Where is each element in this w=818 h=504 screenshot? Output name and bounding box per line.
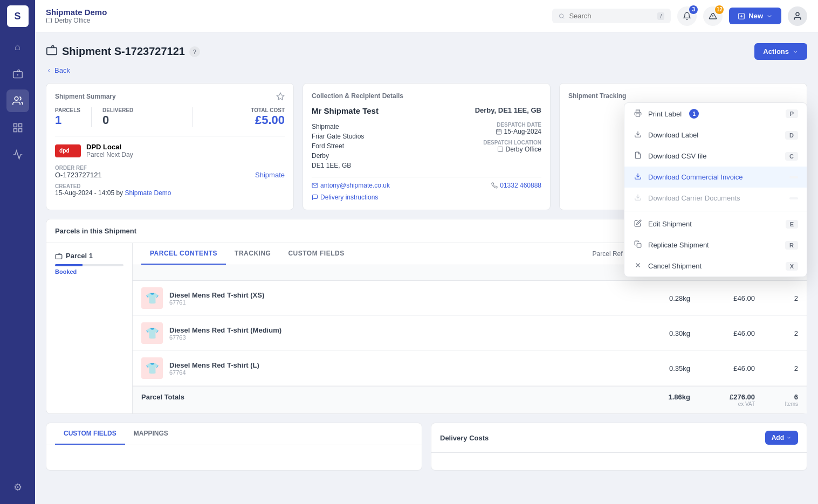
collection-card: Collection & Recipient Details Mr Shipma… (303, 83, 551, 210)
sidebar-item-analytics[interactable] (6, 116, 29, 139)
order-ref-link[interactable]: Shipmate (255, 171, 285, 179)
delivery-instructions-link[interactable]: Delivery instructions (312, 194, 541, 201)
dropdown-download-label[interactable]: Download Label D (624, 125, 807, 146)
tab-tracking[interactable]: TRACKING (226, 243, 279, 265)
notifications-badge: 3 (689, 5, 698, 14)
csv-icon (633, 151, 643, 161)
warnings-badge: 12 (715, 5, 724, 14)
star-icon[interactable] (276, 92, 285, 101)
delivery-costs-content (431, 453, 807, 470)
shipment-icon (46, 44, 58, 59)
tab-parcel-contents[interactable]: PARCEL CONTENTS (141, 243, 226, 265)
item-image: 👕 (141, 287, 163, 309)
svg-point-8 (560, 13, 563, 17)
item-image: 👕 (141, 357, 163, 379)
search-input[interactable] (569, 12, 653, 20)
table-row: 👕 Diesel Mens Red T-shirt (XS) 67761 0.2… (133, 281, 807, 316)
custom-fields-content (46, 445, 422, 462)
page-content: Shipment S-1723727121 ? Actions Back Shi… (35, 32, 818, 504)
totals-price: £276.00 ex VAT (690, 393, 755, 407)
svg-rect-22 (498, 147, 503, 152)
carrier-icon (633, 194, 643, 203)
cancel-icon (633, 261, 643, 271)
dropdown-download-carrier[interactable]: Download Carrier Documents (624, 188, 807, 209)
dropdown-download-csv[interactable]: Download CSV file C (624, 146, 807, 167)
tab-mappings[interactable]: MAPPINGS (125, 423, 177, 445)
tab-custom-fields-bottom[interactable]: CUSTOM FIELDS (55, 423, 125, 445)
totals-qty: 6 Items (755, 393, 798, 407)
custom-fields-card: CUSTOM FIELDS MAPPINGS (46, 423, 422, 471)
summary-title: Shipment Summary (55, 93, 116, 100)
dropdown-edit-shipment[interactable]: Edit Shipment E (624, 213, 807, 234)
parcel-item[interactable]: Parcel 1 (55, 252, 123, 260)
svg-point-2 (15, 97, 18, 101)
item-qty-3: 2 (755, 364, 798, 372)
item-qty-2: 2 (755, 329, 798, 337)
sidebar-item-shipments[interactable] (6, 63, 29, 85)
search-shortcut: / (657, 12, 664, 20)
svg-marker-16 (277, 93, 284, 100)
dropdown-print-label[interactable]: Print Label 1 P (624, 103, 807, 125)
svg-rect-3 (13, 124, 17, 127)
item-name-3: Diesel Mens Red T-shirt (L) (169, 361, 259, 369)
svg-rect-27 (636, 114, 640, 116)
svg-rect-6 (13, 129, 17, 132)
parcels-value: 1 (55, 113, 80, 127)
warnings-button[interactable]: 12 (703, 6, 723, 26)
totals-weight: 1.86kg (625, 393, 690, 407)
dpd-logo: dpd (55, 144, 81, 157)
delivered-label: DELIVERED (102, 107, 133, 113)
new-icon (738, 12, 745, 20)
table-row: 👕 Diesel Mens Red T-shirt (L) 67764 0.35… (133, 351, 807, 386)
delivery-costs-card: Delivery Costs Add (431, 423, 807, 471)
dpd-icon: dpd (59, 147, 77, 155)
notifications-button[interactable]: 3 (677, 6, 697, 26)
item-qty-1: 2 (755, 294, 798, 302)
item-price-1: £46.00 (690, 294, 755, 302)
svg-rect-5 (18, 129, 22, 132)
calendar-icon (496, 128, 502, 135)
dropdown-replicate-shipment[interactable]: Replicate Shipment R (624, 234, 807, 256)
back-icon (46, 67, 52, 74)
edit-icon (633, 219, 643, 229)
back-link[interactable]: Back (46, 66, 807, 74)
avatar-button[interactable] (788, 6, 807, 26)
email-link[interactable]: antony@shipmate.co.uk (312, 182, 390, 189)
order-ref-value: O-1723727121 (55, 171, 102, 179)
item-sku-1: 67761 (169, 299, 264, 306)
search-box[interactable]: / (552, 9, 671, 23)
parcel-icon (55, 252, 63, 260)
email-icon (312, 182, 318, 189)
created-label: CREATED (55, 183, 285, 189)
address-block: Shipmate Friar Gate Studios Ford Street … (312, 122, 423, 170)
actions-button[interactable]: Actions (754, 43, 807, 60)
shipment-summary-card: Shipment Summary PARCELS 1 DELIVERED 0 (46, 83, 294, 210)
created-by[interactable]: Shipmate Demo (125, 189, 171, 197)
recipient-location: Derby, DE1 1EE, GB (475, 106, 541, 115)
add-button[interactable]: Add (765, 431, 798, 445)
carrier-service: Parcel Next Day (86, 151, 133, 158)
svg-rect-4 (18, 124, 22, 127)
tab-custom-fields[interactable]: CUSTOM FIELDS (279, 243, 353, 265)
sidebar-item-reports[interactable] (6, 143, 29, 166)
svg-rect-31 (637, 243, 641, 247)
sidebar-item-settings[interactable]: ⚙ (6, 476, 29, 499)
replicate-icon (633, 240, 643, 250)
parcel-sidebar: Parcel 1 Booked (46, 243, 133, 413)
phone-link[interactable]: 01332 460888 (491, 182, 541, 189)
sidebar-item-orders[interactable] (6, 89, 29, 112)
phone-icon (491, 182, 498, 189)
avatar-icon (793, 11, 802, 21)
svg-rect-18 (496, 129, 501, 134)
item-sku-2: 67763 (169, 334, 281, 341)
search-icon (559, 12, 565, 20)
help-icon[interactable]: ? (189, 46, 200, 57)
dropdown-cancel-shipment[interactable]: Cancel Shipment X (624, 256, 807, 277)
dropdown-download-commercial[interactable]: Download Commercial Invoice (624, 167, 807, 188)
svg-point-14 (796, 12, 799, 16)
add-chevron-icon (786, 435, 792, 440)
actions-chevron-icon (792, 49, 799, 55)
sidebar-item-home[interactable]: ⌂ (6, 36, 29, 58)
new-chevron-icon (766, 13, 773, 19)
new-button[interactable]: New (729, 8, 781, 24)
